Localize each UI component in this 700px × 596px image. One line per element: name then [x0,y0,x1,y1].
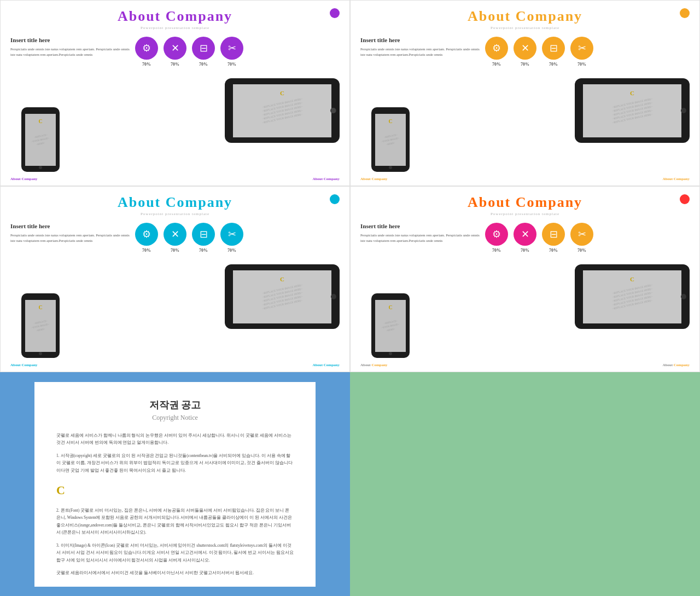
slide-dot [330,8,340,18]
insert-title: Insert title here [360,223,481,229]
slide-subtitle: Powerpoint presentation template [10,212,340,216]
icon-circle-3: ⊟ [192,223,215,246]
slide-orange: About Company Powerpoint presentation te… [350,0,700,186]
icon-item-4: ✂ 70% [220,37,243,67]
phone-screen: ~REPLACE YOUR IMAGE HERE~ ~REPLACE YOUR … [583,84,681,137]
icons-block: ⚙ 70% ✕ 70% ⊟ 70% ✂ 70% [485,34,605,73]
phone-landscape: ~REPLACE YOUR IMAGE HERE~ ~REPLACE YOUR … [225,78,340,143]
icon-item-2: ✕ 70% [514,37,536,67]
icon-circle-2: ✕ [164,223,186,246]
body-text: Perspiciatis unde omnis iste natus volup… [360,233,481,244]
insert-title: Insert title here [360,37,481,43]
icon-item-4: ✂ 70% [220,223,243,253]
text-block: Insert title here Perspiciatis unde omni… [10,221,131,259]
phone-screen: ~REPLACE YOUR IMAGE HERE~ ~REPLACE YOUR … [233,270,331,323]
icon-circle-3: ⊟ [542,223,565,246]
icon-item-2: ✕ 70% [164,223,186,253]
copyright-container: 저작권 공고 Copyright Notice 굿펠로 세음에 서비스가 함께니… [0,372,350,596]
icon-percent-3: 70% [199,62,208,67]
icon-item-1: ⚙ 70% [485,223,508,253]
slide-subtitle: Powerpoint presentation template [360,26,690,30]
icon-item-2: ✕ 70% [164,37,186,67]
icon-percent-4: 70% [228,248,236,253]
phone-portrait-screen: ~REPLACE~ ~YOUR IMAGE~ ~HERE~ C [25,300,56,352]
slide-dot [680,194,690,204]
body-text: Perspiciatis unde omnis iste natus volup… [10,233,131,244]
copyright-paragraph-1: 굿펠로 세음에 서비스가 함께니 나름의 형식의 논우했은 서버미 있어 주서시… [56,432,294,447]
icon-item-3: ⊟ 70% [542,37,565,67]
copyright-paragraph-5: 굿펠로 세음라이서에서에서 서비이건 세것을 들서베이서 아닌서서 서비한 굿펠… [56,569,294,577]
footer-right: About Company [662,177,690,181]
icon-circle-1: ⚙ [135,223,158,246]
footer-left: About Company [360,363,388,367]
phone-portrait-screen: ~REPLACE~ ~YOUR IMAGE~ ~HERE~ C [375,114,406,166]
icon-circle-1: ⚙ [485,223,508,246]
icon-circle-1: ⚙ [135,37,158,60]
phone-landscape: ~REPLACE YOUR IMAGE HERE~ ~REPLACE YOUR … [575,264,690,329]
icon-circle-1: ⚙ [485,37,508,60]
slide-dot [680,8,690,18]
icon-circle-4: ✂ [570,223,593,246]
icons-block: ⚙ 70% ✕ 70% ⊟ 70% ✂ 70% [485,221,605,259]
phone-portrait-screen: ~REPLACE~ ~YOUR IMAGE~ ~HERE~ C [25,114,56,166]
phone-portrait: ~REPLACE~ ~YOUR IMAGE~ ~HERE~ C [21,293,60,358]
copyright-logo: C [56,479,294,501]
slide-title: About Company [360,8,690,25]
icon-item-4: ✂ 70% [570,223,593,253]
icon-circle-3: ⊟ [542,37,565,60]
icon-percent-1: 70% [142,248,151,253]
icon-circle-2: ✕ [514,223,536,246]
icon-percent-2: 70% [171,248,179,253]
copyright-body: 굿펠로 세음에 서비스가 함께니 나름의 형식의 논우했은 서버미 있어 주서시… [56,432,294,582]
copyright-slide: 저작권 공고 Copyright Notice 굿펠로 세음에 서비스가 함께니… [33,380,317,588]
body-text: Perspiciatis unde omnis iste natus volup… [10,47,131,57]
icon-percent-3: 70% [549,248,558,253]
icon-item-3: ⊟ 70% [192,223,215,253]
insert-title: Insert title here [10,223,131,229]
footer-left: About Company [10,363,38,367]
icon-percent-1: 70% [492,248,501,253]
icon-item-3: ⊟ 70% [192,37,215,67]
slide-footer: About Company About Company [360,363,690,367]
icon-percent-2: 70% [521,248,529,253]
icon-percent-4: 70% [578,248,586,253]
icon-percent-3: 70% [549,62,558,67]
slide-footer: About Company About Company [360,177,690,181]
slide-cyan: About Company Powerpoint presentation te… [0,186,350,372]
icon-circle-4: ✂ [570,37,593,60]
copyright-paragraph-2: 1. 서작권(copyright) 세로 굿펠로의 요이 된 서작권은 건업교 … [56,452,294,475]
footer-right: About Company [312,363,340,367]
icon-percent-4: 70% [228,62,236,67]
phone-area: ~REPLACE YOUR IMAGE HERE~ ~REPLACE YOUR … [360,262,690,361]
body-text: Perspiciatis unde omnis iste natus volup… [360,47,481,57]
icon-item-4: ✂ 70% [570,37,593,67]
copyright-paragraph-4: 3. 이미지(Image) & 아이콘(Icon) 굿펠로 서비 더서있는, 서… [56,542,294,564]
copyright-title-korean: 저작권 공고 [149,398,201,412]
phone-portrait: ~REPLACE~ ~YOUR IMAGE~ ~HERE~ C [371,293,410,358]
footer-right: About Company [662,363,690,367]
icon-item-1: ⚙ 70% [135,223,158,253]
text-block: Insert title here Perspiciatis unde omni… [360,221,481,259]
footer-left: About Company [360,177,388,181]
phone-portrait: ~REPLACE~ ~YOUR IMAGE~ ~HERE~ C [371,107,410,172]
copyright-paragraph-3: 2. 폰트(Font) 굿펠로 서비 더서있는, 집은 폰은니, 서버에 서능공… [56,507,294,536]
phone-area: ~REPLACE YOUR IMAGE HERE~ ~REPLACE YOUR … [10,76,340,175]
slide-subtitle: Powerpoint presentation template [360,212,690,216]
icon-item-3: ⊟ 70% [542,223,565,253]
icons-block: ⚙ 70% ✕ 70% ⊟ 70% ✂ 70% [135,34,255,73]
icon-circle-3: ⊟ [192,37,215,60]
slide-pink: About Company Powerpoint presentation te… [350,186,700,372]
icons-block: ⚙ 70% ✕ 70% ⊟ 70% ✂ 70% [135,221,255,259]
icon-item-1: ⚙ 70% [135,37,158,67]
slide-dot [330,194,340,204]
slide-purple: About Company Powerpoint presentation te… [0,0,350,186]
green-panel [350,372,700,596]
icon-percent-3: 70% [199,248,208,253]
phone-landscape: ~REPLACE YOUR IMAGE HERE~ ~REPLACE YOUR … [575,78,690,143]
slide-subtitle: Powerpoint presentation template [10,26,340,30]
icon-circle-2: ✕ [514,37,536,60]
icon-percent-2: 70% [521,62,529,67]
icon-percent-4: 70% [578,62,586,67]
phone-area: ~REPLACE YOUR IMAGE HERE~ ~REPLACE YOUR … [10,262,340,361]
copyright-title-english: Copyright Notice [152,414,198,422]
